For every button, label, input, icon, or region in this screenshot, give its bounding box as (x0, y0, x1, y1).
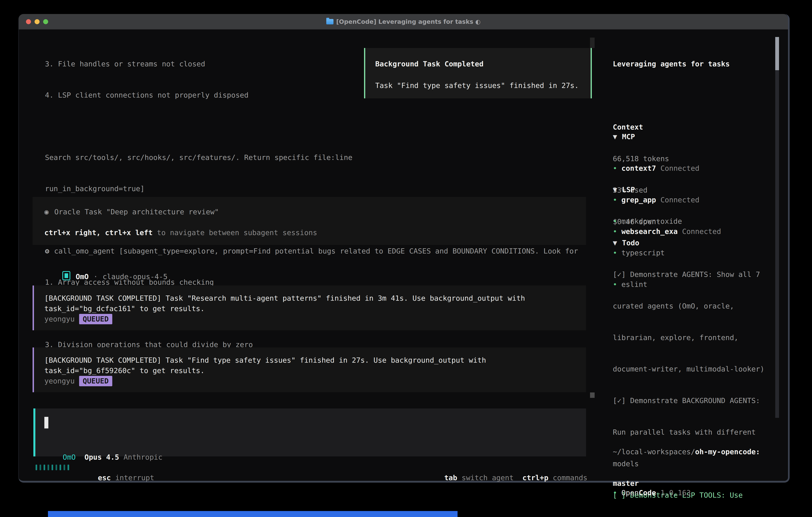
status-badge: QUEUED (79, 314, 112, 324)
tool-call-text: call_omo_agent [subagent_type=explore, p… (54, 247, 578, 255)
statusbar-right: tabswitch agentctrl+pcommands (427, 462, 587, 493)
agent-model: claude-opus-4-5 (103, 272, 168, 281)
sidebar-scrollbar-thumb[interactable] (775, 37, 779, 70)
oracle-hint-keys: ctrl+x right, ctrl+x left (45, 228, 153, 237)
chat-scrollbar-track[interactable] (590, 37, 594, 48)
esc-key-hint: esc (98, 473, 111, 482)
chat-line: run_in_background=true] (45, 184, 578, 194)
message-line: [BACKGROUND TASK COMPLETED] Task "Resear… (45, 293, 525, 303)
lsp-heading[interactable]: ▼LSP (613, 185, 776, 195)
tool-call-line: ⚙call_omo_agent [subagent_type=explore, … (45, 246, 578, 256)
collapse-triangle-icon: ▼ (613, 185, 622, 195)
oracle-task-line: ◉Oracle Task "Deep architecture review" (45, 207, 219, 217)
input-provider-name: Anthropic (123, 453, 163, 461)
tab-key-hint: tab (444, 473, 457, 482)
esc-key-label: interrupt (115, 473, 154, 482)
notification-title: Background Task Completed (375, 59, 484, 69)
oracle-icon: ◉ (45, 208, 49, 216)
background-task-notification: Background Task Completed Task "Find typ… (364, 48, 592, 98)
input-model-name: Opus 4.5 (85, 453, 119, 461)
chat-scrollbar-thumb[interactable] (590, 392, 594, 398)
window-title: [OpenCode] Leveraging agents for tasks ◐ (336, 18, 481, 25)
todo-heading[interactable]: ▼Todo (613, 238, 776, 248)
agent-separator: · (93, 272, 98, 281)
mcp-heading[interactable]: ▼MCP (613, 132, 776, 142)
tab-key-label: switch agent (462, 473, 514, 482)
sidebar-scrollbar-track[interactable] (775, 37, 779, 418)
text-cursor (45, 417, 48, 429)
oracle-hint-text: to navigate between subagent sessions (153, 228, 317, 237)
titlebar-title-group: [OpenCode] Leveraging agents for tasks ◐ (19, 18, 788, 25)
message-line: task_id="bg_6f59260c" to get results. (45, 365, 205, 376)
background-window-edge (48, 511, 458, 517)
todo-line: curated agents (OmO, oracle, (613, 301, 776, 311)
status-badge: QUEUED (79, 376, 112, 386)
ctrlp-key-hint: ctrl+p (522, 473, 548, 482)
collapse-triangle-icon: ▼ (613, 132, 622, 142)
chat-line-blank (45, 121, 578, 132)
zoom-window-button[interactable] (43, 19, 48, 24)
oracle-hint-line: ctrl+x right, ctrl+x left to navigate be… (45, 227, 317, 238)
todo-line: [✓] Demonstrate BACKGROUND AGENTS: (613, 396, 776, 406)
todo-line: document-writer, multimodal-looker) (613, 364, 776, 375)
message-meta: yeongyuQUEUED (45, 376, 112, 386)
oracle-task-panel: ◉Oracle Task "Deep architecture review" … (33, 197, 586, 245)
app-version-row: •OpenCode1.0.163 (613, 488, 776, 498)
workspace-path: ~/local-workspaces/oh-my-opencode: (613, 446, 776, 457)
oracle-task-label: Oracle Task "Deep architecture review" (54, 208, 219, 216)
busy-spinner (35, 465, 69, 470)
app-name: Open (621, 489, 639, 497)
chat-scrollback: 3. File handles or streams not closed 4.… (45, 38, 578, 464)
statusbar-left: escinterrupt (81, 462, 154, 493)
input-agent-name: OmO (63, 453, 76, 461)
collapse-triangle-icon: ▼ (613, 238, 622, 248)
gear-icon: ⚙ (45, 247, 49, 255)
message-line: [BACKGROUND TASK COMPLETED] Task "Find t… (45, 355, 486, 365)
folder-icon (326, 19, 334, 24)
todo-line: librarian, explore, frontend, (613, 332, 776, 343)
minimize-window-button[interactable] (35, 19, 39, 24)
message-author: yeongyu (45, 315, 75, 323)
window-titlebar: [OpenCode] Leveraging agents for tasks ◐ (19, 14, 788, 30)
message-author: yeongyu (45, 377, 75, 385)
message-block: [BACKGROUND TASK COMPLETED] Task "Find t… (33, 348, 586, 392)
bullet-icon: • (613, 488, 621, 498)
message-block: [BACKGROUND TASK COMPLETED] Task "Resear… (33, 285, 586, 330)
message-line: task_id="bg_dcfac161" to get results. (45, 303, 205, 314)
agent-name: OmO (76, 272, 89, 281)
app-version: 1.0.163 (660, 489, 691, 497)
message-meta: yeongyuQUEUED (45, 314, 112, 324)
chat-line: Search src/tools/, src/hooks/, src/featu… (45, 152, 578, 163)
agent-icon (62, 271, 70, 280)
notification-body: Task "Find type safety issues" finished … (375, 80, 579, 91)
todo-line: [✓] Demonstrate AGENTS: Show all 7 (613, 269, 776, 280)
sidebar-footer: •OpenCode1.0.163 (613, 467, 776, 517)
close-window-button[interactable] (26, 19, 31, 24)
desktop: [OpenCode] Leveraging agents for tasks ◐… (0, 0, 812, 517)
session-title: Leveraging agents for tasks (613, 59, 776, 70)
ctrlp-key-label: commands (553, 473, 587, 482)
